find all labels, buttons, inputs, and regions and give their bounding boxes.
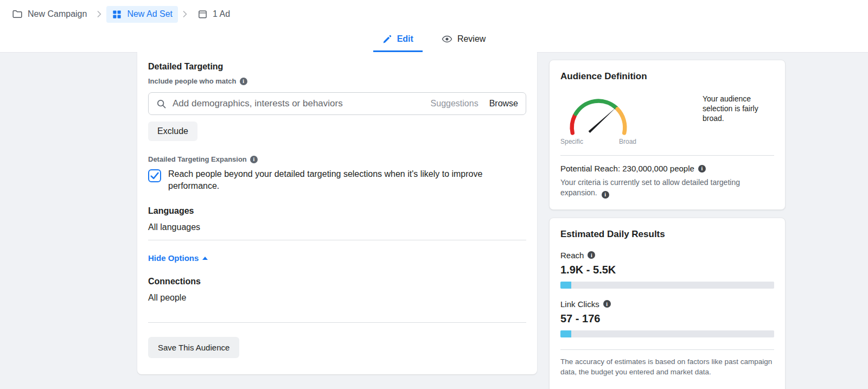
- expansion-description: Reach people beyond your detailed target…: [168, 168, 524, 192]
- reach-value: 1.9K - 5.5K: [560, 264, 774, 276]
- estimates-disclaimer: The accuracy of estimates is based on fa…: [560, 356, 774, 377]
- tab-edit-label: Edit: [397, 34, 413, 44]
- pencil-icon: [382, 34, 392, 44]
- audience-summary: Your audience selection is fairly broad.: [703, 94, 774, 123]
- tab-edit[interactable]: Edit: [381, 28, 414, 52]
- gauge-specific-label: Specific: [560, 138, 583, 145]
- ad-set-audience-panel: Detailed Targeting Include people who ma…: [137, 52, 537, 374]
- targeting-expansion-label-row: Detailed Targeting Expansion: [148, 155, 526, 163]
- hide-options-link[interactable]: Hide Options: [148, 253, 208, 263]
- info-icon[interactable]: [250, 156, 258, 163]
- right-sidebar: Audience Definition Specific Broad Your …: [549, 60, 786, 389]
- breadcrumb-adset-label: New Ad Set: [127, 9, 173, 19]
- reach-progress-fill: [560, 282, 571, 289]
- browse-link[interactable]: Browse: [489, 99, 518, 109]
- divider: [560, 349, 774, 350]
- divider: [560, 155, 774, 156]
- edit-review-tabs: Edit Review: [0, 28, 868, 52]
- link-clicks-label: Link Clicks: [560, 299, 599, 309]
- expansion-note: Your criteria is currently set to allow …: [560, 177, 774, 199]
- reach-label-row: Reach: [560, 251, 774, 260]
- exclude-button[interactable]: Exclude: [148, 122, 197, 141]
- eye-icon: [442, 34, 452, 44]
- targeting-expansion-option: Reach people beyond your detailed target…: [148, 168, 526, 192]
- tab-review-label: Review: [457, 34, 486, 44]
- detailed-targeting-title: Detailed Targeting: [148, 62, 526, 72]
- expansion-checkbox[interactable]: [148, 169, 161, 182]
- potential-reach-label: Potential Reach: 230,000,000 people: [560, 164, 694, 173]
- audience-gauge-row: Specific Broad Your audience selection i…: [560, 91, 774, 145]
- chevron-right-icon: [183, 10, 187, 18]
- info-icon[interactable]: [603, 300, 611, 308]
- reach-label: Reach: [560, 251, 584, 260]
- metric-link-clicks: Link Clicks 57 - 176: [560, 299, 774, 337]
- audience-gauge-dial: [560, 91, 636, 139]
- link-clicks-progress-fill: [560, 330, 571, 337]
- ad-frame-icon: [197, 9, 208, 20]
- caret-up-icon: [202, 257, 208, 260]
- potential-reach-row: Potential Reach: 230,000,000 people: [560, 164, 774, 173]
- audience-definition-title: Audience Definition: [560, 71, 774, 82]
- chevron-right-icon: [97, 10, 101, 18]
- hide-options-label: Hide Options: [148, 253, 199, 263]
- link-clicks-progress-bar: [560, 330, 774, 337]
- suggestions-link[interactable]: Suggestions: [431, 99, 478, 109]
- info-icon[interactable]: [698, 165, 706, 173]
- targeting-search-box: Suggestions Browse: [148, 92, 526, 115]
- folder-icon: [12, 9, 23, 20]
- divider: [148, 322, 526, 323]
- audience-definition-card: Audience Definition Specific Broad Your …: [549, 60, 786, 210]
- connections-value: All people: [148, 293, 526, 303]
- targeting-search-input[interactable]: [173, 98, 425, 109]
- info-icon[interactable]: [602, 191, 609, 199]
- breadcrumb-campaign[interactable]: New Campaign: [7, 5, 92, 23]
- link-clicks-value: 57 - 176: [560, 313, 774, 325]
- breadcrumb-ad-label: 1 Ad: [213, 9, 230, 19]
- search-icon: [156, 99, 167, 109]
- tab-review[interactable]: Review: [441, 28, 487, 52]
- reach-progress-bar: [560, 282, 774, 289]
- metric-reach: Reach 1.9K - 5.5K: [560, 251, 774, 289]
- languages-value: All languages: [148, 222, 526, 232]
- divider: [148, 240, 526, 240]
- connections-title: Connections: [148, 277, 526, 286]
- info-icon[interactable]: [588, 251, 595, 259]
- breadcrumb-campaign-label: New Campaign: [28, 9, 87, 19]
- include-people-label-row: Include people who match: [148, 77, 526, 85]
- estimated-daily-results-card: Estimated Daily Results Reach 1.9K - 5.5…: [549, 218, 786, 389]
- languages-title: Languages: [148, 206, 526, 216]
- include-people-label: Include people who match: [148, 77, 237, 85]
- gauge-labels: Specific Broad: [560, 138, 636, 145]
- adset-grid-icon: [112, 9, 122, 20]
- save-audience-button[interactable]: Save This Audience: [148, 337, 239, 358]
- expansion-note-text: Your criteria is currently set to allow …: [560, 178, 740, 197]
- targeting-expansion-label: Detailed Targeting Expansion: [148, 155, 247, 163]
- breadcrumb-ad[interactable]: 1 Ad: [192, 6, 235, 23]
- estimated-daily-results-title: Estimated Daily Results: [560, 229, 774, 240]
- link-clicks-label-row: Link Clicks: [560, 299, 774, 309]
- gauge-broad-label: Broad: [619, 138, 636, 145]
- breadcrumb: New Campaign New Ad Set 1 Ad: [0, 0, 868, 25]
- audience-gauge: Specific Broad: [560, 91, 636, 145]
- breadcrumb-adset[interactable]: New Ad Set: [106, 6, 178, 23]
- top-header: New Campaign New Ad Set 1 Ad: [0, 0, 868, 53]
- info-icon[interactable]: [240, 78, 247, 85]
